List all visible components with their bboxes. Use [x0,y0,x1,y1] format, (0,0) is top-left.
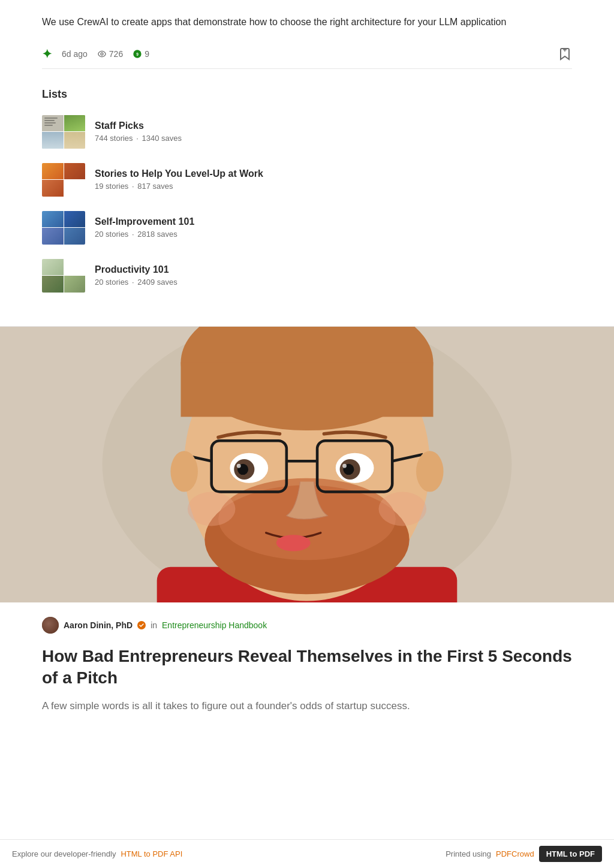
article-description: We use CrewAI to create apps that demons… [42,14,572,30]
levelup-stats: 19 stories · 817 saves [95,182,263,191]
svg-rect-11 [181,362,434,417]
article-intro: We use CrewAI to create apps that demons… [0,0,614,69]
self-improvement-thumbnail [42,211,85,245]
article-subtitle: A few simple words is all it takes to fi… [42,698,572,714]
staff-picks-name[interactable]: Staff Picks [95,120,182,131]
self-improvement-stats: 20 stories · 2818 saves [95,230,194,239]
lists-section: Lists [0,69,614,327]
svg-point-26 [342,463,347,468]
self-improvement-name[interactable]: Self-Improvement 101 [95,216,194,227]
hero-image [0,327,614,602]
levelup-info: Stories to Help You Level-Up at Work 19 … [95,168,263,191]
article-meta: ✦ 6d ago 726 9 9 [42,40,572,69]
levelup-thumbnail [42,163,85,197]
hero-illustration [0,327,614,602]
levelup-name[interactable]: Stories to Help You Level-Up at Work [95,168,263,179]
productivity-name[interactable]: Productivity 101 [95,264,177,275]
hero-image-section [0,327,614,602]
productivity-info: Productivity 101 20 stories · 2409 saves [95,264,177,287]
productivity-thumbnail [42,259,85,293]
svg-point-29 [378,492,426,526]
time-ago: 6d ago [62,49,88,59]
save-button[interactable] [558,47,572,61]
author-name[interactable]: Aaron Dinin, PhD [64,620,133,630]
svg-text:9: 9 [136,52,139,56]
page-wrapper: We use CrewAI to create apps that demons… [0,0,614,728]
reads-count: 726 [97,49,123,59]
author-line: Aaron Dinin, PhD in Entrepreneurship Han… [42,617,572,634]
svg-point-25 [237,463,241,468]
svg-point-30 [170,451,198,492]
comments-count: 9 9 [133,49,149,59]
list-item[interactable]: Staff Picks 744 stories · 1340 saves [42,115,572,149]
self-improvement-info: Self-Improvement 101 20 stories · 2818 s… [95,216,194,239]
productivity-stats: 20 stories · 2409 saves [95,278,177,287]
author-in-text: in [151,620,157,630]
staff-picks-info: Staff Picks 744 stories · 1340 saves [95,120,182,143]
staff-picks-thumbnail [42,115,85,149]
article-bottom: Aaron Dinin, PhD in Entrepreneurship Han… [0,602,614,728]
list-item[interactable]: Self-Improvement 101 20 stories · 2818 s… [42,211,572,245]
article-title[interactable]: How Bad Entrepreneurs Reveal Themselves … [42,646,572,689]
list-item[interactable]: Stories to Help You Level-Up at Work 19 … [42,163,572,197]
boost-icon: ✦ [42,47,52,61]
verified-icon [137,621,146,629]
reads-icon [97,49,107,59]
svg-point-27 [276,535,311,551]
author-avatar [42,617,59,634]
staff-picks-stats: 744 stories · 1340 saves [95,134,182,143]
lists-heading: Lists [42,88,572,101]
comment-icon: 9 [133,49,142,59]
list-item[interactable]: Productivity 101 20 stories · 2409 saves [42,259,572,293]
svg-point-28 [188,492,236,526]
publication-name[interactable]: Entrepreneurship Handbook [162,620,267,630]
svg-point-31 [416,451,444,492]
